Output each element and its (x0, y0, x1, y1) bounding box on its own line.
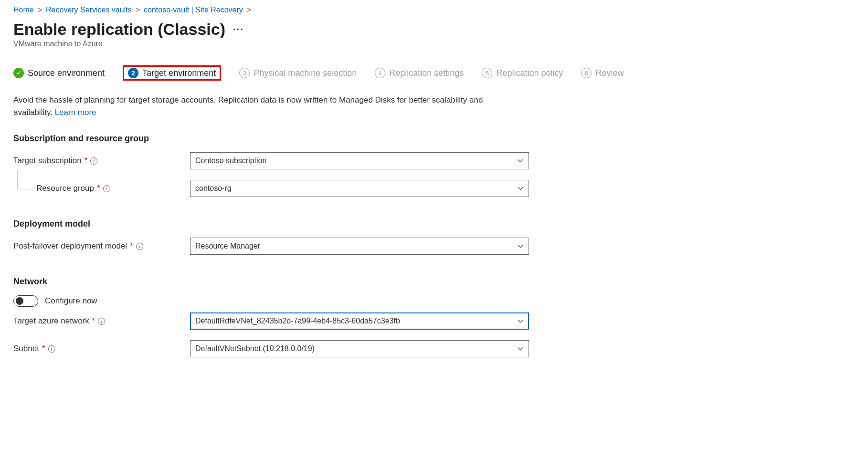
target-subscription-dropdown[interactable]: Contoso subscription (190, 152, 529, 169)
chevron-down-icon (517, 157, 524, 164)
step-target-environment[interactable]: 2 Target environment (123, 65, 221, 81)
chevron-right-icon: > (38, 6, 42, 14)
chevron-down-icon (517, 318, 524, 324)
breadcrumb-vault[interactable]: contoso-vault | Site Recovery (144, 6, 243, 14)
label-text: Subnet (13, 344, 39, 354)
label-text: Target subscription (13, 156, 82, 166)
chevron-down-icon (517, 185, 524, 192)
chevron-right-icon: > (136, 6, 140, 14)
step-label: Target environment (142, 68, 216, 78)
learn-more-link[interactable]: Learn more (55, 108, 96, 117)
configure-now-toggle[interactable] (13, 295, 38, 307)
dropdown-value: Contoso subscription (195, 156, 266, 165)
more-button[interactable]: ··· (233, 24, 244, 35)
dropdown-value: DefaultVNetSubnet (10.218.0.0/19) (195, 344, 315, 353)
step-label: Replication settings (389, 68, 464, 78)
label-text: Target azure network (13, 316, 89, 326)
breadcrumb-recovery-services[interactable]: Recovery Services vaults (46, 6, 132, 14)
step-source-environment[interactable]: Source environment (13, 68, 105, 78)
target-subscription-label: Target subscription * i (13, 156, 190, 166)
page-title-text: Enable replication (Classic) (13, 20, 225, 39)
target-azure-network-dropdown[interactable]: DefaultRdfeVNet_82435b2d-7a99-4eb4-85c3-… (190, 312, 529, 330)
info-icon[interactable]: i (98, 318, 105, 325)
label-text: Resource group (36, 184, 94, 193)
step-label: Source environment (28, 68, 105, 78)
section-heading-network: Network (13, 277, 855, 287)
info-icon[interactable]: i (103, 185, 110, 192)
step-physical-machine-selection[interactable]: 3 Physical machine selection (239, 68, 357, 78)
required-asterisk: * (92, 316, 95, 326)
breadcrumb: Home > Recovery Services vaults > contos… (13, 6, 855, 14)
section-heading-subscription: Subscription and resource group (13, 134, 855, 144)
required-asterisk: * (130, 241, 133, 251)
page-subtitle: VMware machine to Azure (13, 40, 855, 48)
required-asterisk: * (85, 156, 88, 166)
step-label: Replication policy (496, 68, 563, 78)
step-label: Physical machine selection (254, 68, 357, 78)
chevron-down-icon (517, 345, 524, 352)
toggle-knob (16, 297, 23, 305)
step-number-badge: 4 (375, 68, 385, 78)
dropdown-value: DefaultRdfeVNet_82435b2d-7a99-4eb4-85c3-… (195, 317, 400, 325)
subnet-dropdown[interactable]: DefaultVNetSubnet (10.218.0.0/19) (190, 340, 529, 357)
info-icon[interactable]: i (90, 157, 97, 165)
chevron-down-icon (517, 243, 524, 250)
tree-line (17, 170, 32, 189)
step-review[interactable]: 6 Review (581, 68, 624, 78)
info-icon[interactable]: i (48, 345, 55, 353)
dropdown-value: Resource Manager (195, 242, 260, 250)
wizard-steps: Source environment 2 Target environment … (13, 65, 855, 81)
resource-group-label: Resource group * i (13, 184, 190, 193)
configure-now-label: Configure now (45, 296, 97, 306)
check-icon (13, 68, 24, 78)
label-text: Post-failover deployment model (13, 241, 127, 251)
deployment-model-dropdown[interactable]: Resource Manager (190, 238, 529, 255)
step-label: Review (595, 68, 624, 78)
chevron-right-icon: > (247, 6, 251, 14)
resource-group-dropdown[interactable]: contoso-rg (190, 180, 529, 197)
required-asterisk: * (42, 344, 45, 354)
step-replication-settings[interactable]: 4 Replication settings (375, 68, 464, 78)
required-asterisk: * (97, 184, 100, 193)
subnet-label: Subnet * i (13, 344, 190, 354)
deployment-model-label: Post-failover deployment model * i (13, 241, 190, 251)
step-replication-policy[interactable]: 5 Replication policy (482, 68, 563, 78)
section-heading-deployment: Deployment model (13, 219, 855, 229)
step-number-badge: 6 (581, 68, 592, 78)
step-number-badge: 2 (128, 68, 138, 78)
info-icon[interactable]: i (136, 243, 143, 250)
step-number-badge: 5 (482, 68, 492, 78)
page-title: Enable replication (Classic) ··· (13, 20, 855, 39)
target-azure-network-label: Target azure network * i (13, 316, 190, 326)
breadcrumb-home[interactable]: Home (13, 6, 34, 14)
intro-text: Avoid the hassle of planning for target … (13, 94, 519, 118)
dropdown-value: contoso-rg (195, 184, 232, 193)
step-number-badge: 3 (239, 68, 250, 78)
